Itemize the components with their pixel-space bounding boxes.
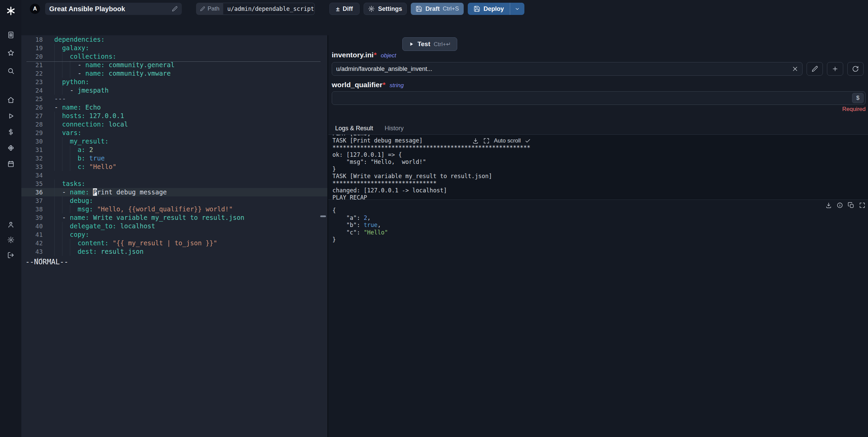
code-line-41[interactable]: 41 copy: [21,230,327,239]
line-number: 29 [21,129,43,137]
code-line-26[interactable]: 26- name: Echo [21,103,327,112]
code-line-36[interactable]: 36 - name: Print debug message [21,188,327,196]
code-line-22[interactable]: 22 - name: community.vmware [21,69,327,78]
line-number: 28 [21,120,43,129]
code-editor[interactable]: 18dependencies:19 galaxy:20 collections:… [21,35,327,437]
info-icon[interactable] [836,202,843,209]
code-line-23[interactable]: 23 python: [21,78,327,86]
code-line-39[interactable]: 39 - name: Write variable my_result to r… [21,213,327,222]
download-result-icon[interactable] [825,202,832,209]
auto-scroll-label: Auto scroll [494,137,521,144]
inventory-field-label: inventory.ini * object [332,51,396,59]
code-line-42[interactable]: 42 content: "{{ my_result | to_json }}" [21,239,327,247]
edit-inventory-button[interactable] [807,62,823,76]
workspace-avatar[interactable]: A [30,4,40,14]
refresh-resource-button[interactable] [847,62,864,76]
resize-grip-icon[interactable] [320,215,326,217]
dollar-icon[interactable] [7,128,15,136]
inventory-input-row: u/admin/favorable_ansible_invent... [332,62,864,76]
tab-logs-result[interactable]: Logs & Result [335,125,373,132]
result-json: { "a": 2, "b": true, "c": "Hello" } [328,200,868,244]
search-icon[interactable] [7,67,15,75]
play-icon [409,41,414,47]
tab-history[interactable]: History [385,125,404,132]
logout-icon[interactable] [7,251,15,259]
sidebar [0,0,21,437]
log-tools: Auto scroll [472,137,531,144]
diff-button[interactable]: ± Diff [329,3,360,15]
code-line-25[interactable]: 25--- [21,95,327,103]
line-number: 33 [21,163,43,171]
variable-picker-button[interactable]: $ [852,93,864,103]
code-line-24[interactable]: 24 - jmespath [21,86,327,95]
code-line-38[interactable]: 38 msg: "Hello, {{world_qualifier}} worl… [21,205,327,213]
line-number: 22 [21,69,43,78]
user-icon[interactable] [7,221,15,228]
editor-toolbar: Reset History Library Us [21,18,868,35]
line-number: 38 [21,205,43,213]
code-line-29[interactable]: 29 vars: [21,129,327,137]
calendar-icon[interactable] [7,160,15,168]
line-number: 20 [21,52,43,61]
test-shortcut: Ctrl+↵ [434,41,451,48]
star-icon[interactable] [7,49,15,57]
line-number: 19 [21,44,43,52]
deploy-button[interactable]: Deploy [468,3,510,15]
code-line-20[interactable]: 20 collections: [21,52,327,61]
vim-mode-indicator: --NORMAL-- [25,258,68,266]
chevron-down-icon [515,6,520,12]
path-edit-button[interactable]: Path [196,3,223,15]
gear-icon[interactable] [7,236,15,244]
copy-result-icon[interactable] [848,202,854,209]
code-line-37[interactable]: 37 debug: [21,196,327,205]
world-qualifier-input[interactable]: $ [332,91,866,105]
code-line-21[interactable]: 21 - name: community.general [21,61,327,69]
expand-result-icon[interactable] [859,202,866,209]
download-logs-icon[interactable] [472,137,479,144]
code-line-30[interactable]: 30 my_result: [21,137,327,146]
code-line-18[interactable]: 18dependencies: [21,35,327,44]
script-title-field[interactable]: Great Ansible Playbook [45,3,182,15]
windmill-app: A Great Ansible Playbook Path u/admin/de… [0,0,868,437]
edit-title-icon[interactable] [172,6,178,12]
field-type: object [381,52,396,59]
settings-button[interactable]: Settings [364,3,407,15]
diff-icon: ± [336,6,340,12]
draft-button[interactable]: Draft Ctrl+S [411,3,464,15]
pencil-icon [811,65,818,72]
code-line-35[interactable]: 35 tasks: [21,179,327,188]
code-line-34[interactable]: 34 [21,171,327,179]
script-path[interactable]: u/admin/dependable_script [223,3,315,15]
code-lines: 18dependencies:19 galaxy:20 collections:… [21,35,327,260]
line-number: 41 [21,230,43,239]
code-line-33[interactable]: 33 c: "Hello" [21,163,327,171]
expand-logs-icon[interactable] [483,137,490,144]
code-line-40[interactable]: 40 delegate_to: localhost [21,222,327,230]
code-line-27[interactable]: 27 hosts: 127.0.0.1 [21,112,327,120]
modules-icon[interactable] [7,144,15,152]
deploy-icon [474,5,480,12]
world-qualifier-field-label: world_qualifier * string [332,81,404,89]
code-line-43[interactable]: 43 dest: result.json [21,247,327,256]
windmill-logo-icon[interactable] [0,0,21,21]
code-line-31[interactable]: 31 a: 2 [21,146,327,154]
auto-scroll-checkbox[interactable] [525,138,531,144]
sticky-scroll-divider [26,61,321,62]
inventory-input[interactable]: u/admin/favorable_ansible_invent... [332,62,803,76]
add-resource-button[interactable] [827,62,843,76]
line-number: 27 [21,112,43,120]
code-line-28[interactable]: 28 connection: local [21,120,327,129]
code-line-32[interactable]: 32 b: true [21,154,327,163]
clear-inventory-icon[interactable] [792,66,798,72]
required-mark: * [383,81,385,89]
line-number: 39 [21,213,43,222]
test-button[interactable]: Test Ctrl+↵ [402,37,457,51]
code-line-19[interactable]: 19 galaxy: [21,44,327,52]
line-number: 23 [21,78,43,86]
deploy-dropdown-button[interactable] [510,3,524,15]
calculator-icon[interactable] [7,31,15,39]
line-number: 32 [21,154,43,163]
line-number: 24 [21,86,43,95]
play-icon[interactable] [7,112,15,120]
home-icon[interactable] [7,96,15,104]
